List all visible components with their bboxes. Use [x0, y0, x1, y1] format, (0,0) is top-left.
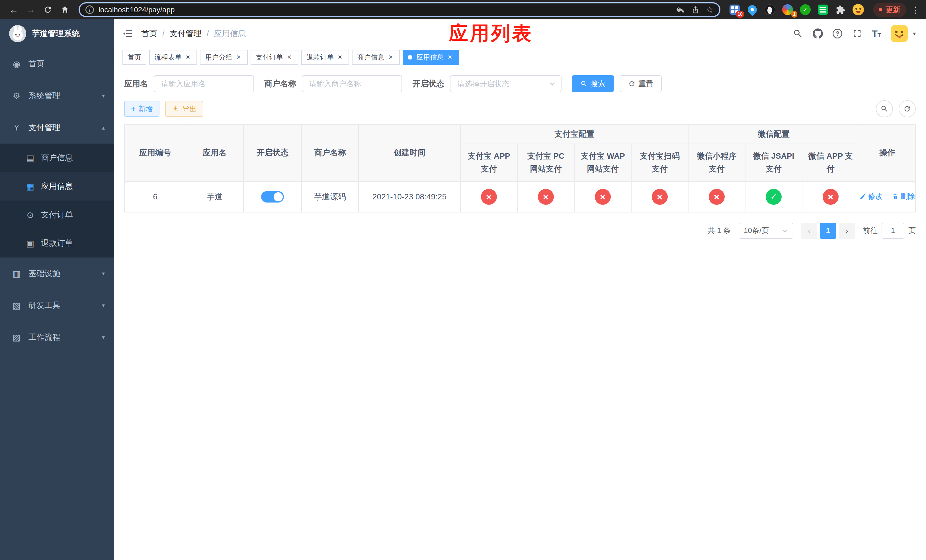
help-icon[interactable]: ?: [832, 29, 842, 38]
flow-icon: ▨: [11, 332, 22, 342]
merchant-name-input[interactable]: [302, 75, 402, 92]
sidebar-item-dev-tools[interactable]: ▧ 研发工具 ▾: [0, 289, 114, 321]
browser-forward-icon[interactable]: →: [23, 2, 39, 18]
chevron-down-icon: ▾: [102, 334, 105, 341]
col-app-id: 应用编号: [124, 124, 186, 182]
close-icon[interactable]: ×: [387, 53, 395, 61]
browser-update-button[interactable]: 更新: [873, 3, 906, 17]
app-table: 应用编号 应用名 开启状态 商户名称 创建时间 支付宝配置 微信配置 操作 支付…: [124, 124, 916, 212]
add-button[interactable]: + 新增: [124, 101, 159, 117]
cell-actions: 修改 删除: [859, 182, 915, 212]
search-icon[interactable]: [793, 29, 803, 39]
page-content: 应用名 商户名称 开启状态 请选择开启状态: [114, 67, 926, 560]
password-key-icon[interactable]: [676, 5, 685, 14]
filter-form: 应用名 商户名称 开启状态 请选择开启状态: [124, 75, 916, 92]
chevron-up-icon: ▴: [102, 124, 105, 131]
status-select[interactable]: 请选择开启状态: [450, 75, 561, 92]
tab-home[interactable]: 首页: [123, 50, 146, 65]
toggle-search-button[interactable]: [876, 100, 893, 117]
extension-grid-icon[interactable]: 10: [728, 3, 741, 16]
extension-badge-2: 1: [791, 11, 797, 18]
tab-merchant-info[interactable]: 商户信息 ×: [352, 50, 400, 65]
extension-green-doc-icon[interactable]: [817, 3, 829, 16]
close-icon[interactable]: ×: [235, 53, 243, 61]
breadcrumb-home[interactable]: 首页: [141, 28, 157, 39]
app-logo[interactable]: 芋道管理系统: [0, 20, 114, 48]
tab-app-info[interactable]: 应用信息 ×: [402, 50, 459, 65]
app-name-input[interactable]: [154, 75, 254, 92]
page-size-select[interactable]: 10条/页: [738, 223, 793, 239]
status-toggle[interactable]: [261, 191, 284, 203]
extension-pin-icon[interactable]: [746, 3, 758, 16]
edit-link[interactable]: 修改: [859, 191, 883, 201]
close-icon[interactable]: ×: [446, 53, 454, 61]
sidebar-item-pay-order[interactable]: ⊙ 支付订单: [0, 201, 114, 229]
cell-app-id: 6: [124, 182, 186, 212]
browser-back-icon[interactable]: ←: [6, 2, 22, 18]
prev-page-button[interactable]: ‹: [801, 223, 817, 239]
url-text[interactable]: localhost:1024/pay/app: [98, 5, 672, 14]
browser-menu-icon[interactable]: ⋮: [911, 5, 920, 15]
search-icon: [881, 105, 888, 113]
tab-pay-order[interactable]: 支付订单 ×: [251, 50, 298, 65]
breadcrumb-section[interactable]: 支付管理: [170, 28, 201, 39]
search-button[interactable]: 搜索: [572, 75, 614, 92]
sidebar-item-workflow[interactable]: ▨ 工作流程 ▾: [0, 321, 114, 353]
extension-green-circle-icon[interactable]: ✓: [799, 3, 811, 16]
reset-button[interactable]: 重置: [620, 75, 662, 92]
grid-icon: ▦: [25, 182, 35, 191]
tab-user-group[interactable]: 用户分组 ×: [200, 50, 248, 65]
screen: ← → i localhost:1024/pay/app ☆: [0, 0, 926, 560]
status-cross-icon: [823, 189, 838, 205]
tabs-bar: 首页 流程表单 × 用户分组 × 支付订单 × 退款订单 ×: [114, 48, 926, 67]
bookmark-star-icon[interactable]: ☆: [706, 5, 714, 14]
goto-page-input[interactable]: [882, 223, 904, 239]
col-status: 开启状态: [244, 124, 301, 182]
avatar-caret-icon[interactable]: ▾: [913, 30, 916, 37]
site-info-icon[interactable]: i: [85, 5, 94, 14]
export-button[interactable]: 导出: [165, 101, 203, 117]
close-icon[interactable]: ×: [285, 53, 293, 61]
sidebar-item-app-info[interactable]: ▦ 应用信息: [0, 172, 114, 201]
extensions-puzzle-icon[interactable]: [834, 3, 847, 16]
close-icon[interactable]: ×: [336, 53, 344, 61]
col-actions: 操作: [859, 124, 915, 182]
close-icon[interactable]: ×: [184, 53, 192, 61]
breadcrumb: 首页 / 支付管理 / 应用信息: [141, 28, 246, 39]
browser-reload-icon[interactable]: [40, 2, 56, 18]
github-icon[interactable]: [813, 29, 823, 39]
sidebar-item-merchant-info[interactable]: ▤ 商户信息: [0, 144, 114, 172]
fullscreen-icon[interactable]: [852, 29, 862, 39]
gear-icon: ⚙: [11, 91, 22, 101]
sidebar-item-system[interactable]: ⚙ 系统管理 ▾: [0, 80, 114, 112]
browser-home-icon[interactable]: [57, 2, 73, 18]
sidebar-item-infrastructure[interactable]: ▥ 基础设施 ▾: [0, 257, 114, 289]
trash-icon: [892, 193, 899, 200]
toolbar-right: [876, 100, 916, 117]
user-avatar[interactable]: [891, 25, 908, 42]
share-icon[interactable]: [691, 5, 700, 14]
font-size-icon[interactable]: TT: [872, 29, 881, 38]
cell-created: 2021-10-23 08:49:25: [359, 182, 460, 212]
status-cross-icon: [652, 189, 668, 205]
tab-process-form[interactable]: 流程表单 ×: [149, 50, 197, 65]
dashboard-icon: ◉: [11, 59, 22, 69]
browser-profile-avatar[interactable]: [852, 3, 864, 16]
delete-link[interactable]: 删除: [892, 191, 915, 201]
browser-toolbar: ← → i localhost:1024/pay/app ☆: [0, 0, 926, 20]
tab-refund-order[interactable]: 退款订单 ×: [301, 50, 349, 65]
page-1-button[interactable]: 1: [820, 223, 836, 239]
chevron-down-icon: ▾: [102, 92, 105, 99]
sidebar-item-refund-order[interactable]: ▣ 退款订单: [0, 229, 114, 257]
extension-dark-icon[interactable]: [764, 3, 776, 16]
update-label: 更新: [885, 5, 900, 15]
total-count: 共 1 条: [708, 226, 731, 236]
sidebar-item-payment[interactable]: ¥ 支付管理 ▴: [0, 112, 114, 144]
sidebar-item-home[interactable]: ◉ 首页: [0, 48, 114, 80]
address-bar[interactable]: i localhost:1024/pay/app ☆: [79, 2, 720, 17]
extension-colorful-icon[interactable]: 1: [781, 3, 794, 16]
col-alipay-pc: 支付宝 PC 网站支付: [517, 144, 574, 182]
refresh-table-button[interactable]: [899, 100, 916, 117]
next-page-button[interactable]: ›: [839, 223, 855, 239]
sidebar-toggle-icon[interactable]: [122, 28, 133, 39]
